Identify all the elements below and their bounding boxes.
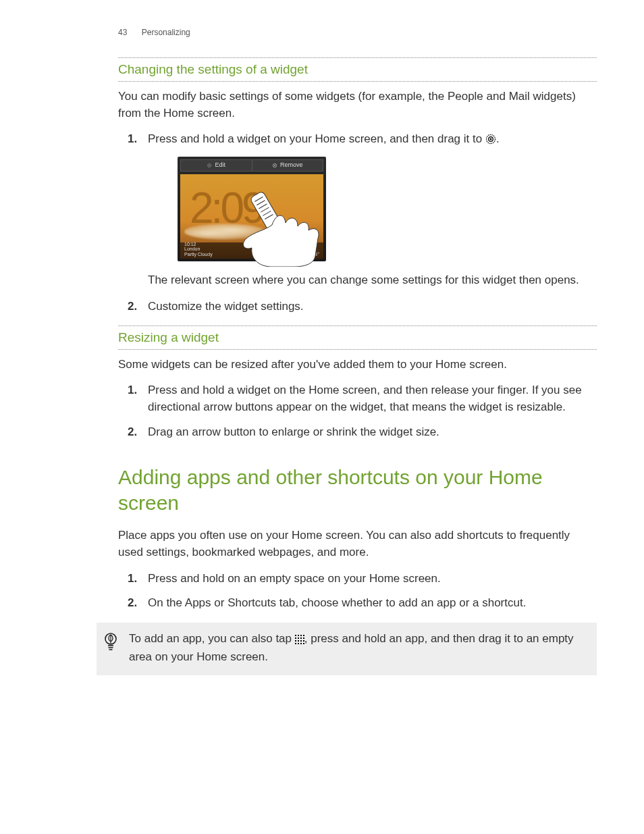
step-2: 2. Customize the widget settings.: [148, 298, 597, 315]
svg-rect-25: [300, 637, 302, 639]
svg-rect-24: [298, 637, 299, 639]
lightbulb-icon: [103, 632, 118, 658]
section-name: Personalizing: [142, 28, 190, 37]
intro-adding-apps: Place apps you often use on your Home sc…: [118, 527, 597, 561]
tip-text: To add an app, you can also tap , press …: [129, 631, 585, 666]
illus-weather-time: 10:12: [184, 242, 213, 247]
step-1-text: Press and hold on an empty space on your…: [148, 572, 441, 585]
step-marker: 2.: [128, 298, 137, 315]
illus-edit-label: Edit: [215, 161, 225, 170]
step-2: 2. Drag an arrow button to enlarge or sh…: [148, 424, 597, 441]
step-marker: 2.: [128, 595, 137, 612]
heading-adding-apps: Adding apps and other shortcuts on your …: [118, 465, 597, 515]
remove-icon: [272, 163, 277, 168]
steps-changing-settings: 1. Press and hold a widget on your Home …: [118, 131, 597, 315]
svg-rect-20: [298, 635, 299, 636]
step-1: 1. Press and hold on an empty space on y…: [148, 571, 597, 588]
step-1-text-pre: Press and hold a widget on your Home scr…: [148, 132, 485, 145]
step-marker: 1.: [128, 571, 137, 588]
step-2: 2. On the Apps or Shortcuts tab, choose …: [148, 595, 597, 612]
svg-point-4: [209, 165, 211, 166]
step-2-text: Customize the widget settings.: [148, 300, 304, 313]
illus-edit-button: Edit: [180, 159, 252, 172]
svg-rect-21: [300, 635, 302, 636]
step-1-text: Press and hold a widget on the Home scre…: [148, 384, 582, 413]
page-header: 43 Personalizing: [118, 27, 597, 38]
step-marker: 2.: [128, 424, 137, 441]
svg-rect-33: [300, 643, 302, 644]
step-2-text: Drag an arrow button to enlarge or shrin…: [148, 425, 439, 438]
svg-rect-27: [295, 640, 296, 642]
illus-remove-button: Remove: [252, 159, 324, 172]
tip-callout: To add an app, you can also tap , press …: [97, 623, 597, 675]
page-number: 43: [118, 28, 127, 37]
hand-pointer-icon: [232, 186, 346, 267]
illustration-widget-drag: Edit Remove 2:09 10:12 London Partly: [178, 157, 597, 261]
illus-weather-cond: Partly Cloudy: [184, 252, 213, 257]
svg-rect-19: [295, 635, 296, 636]
step-1-text-post: .: [496, 132, 500, 145]
svg-rect-31: [295, 643, 296, 644]
step-2-text: On the Apps or Shortcuts tab, choose whe…: [148, 596, 526, 609]
step-1: 1. Press and hold a widget on the Home s…: [148, 382, 597, 415]
step-1-followup: The relevant screen where you can change…: [148, 272, 597, 289]
apps-grid-icon: [295, 633, 304, 650]
heading-resizing-widget: Resizing a widget: [118, 325, 597, 350]
tip-text-pre: To add an app, you can also tap: [129, 632, 295, 645]
steps-adding-apps: 1. Press and hold on an empty space on y…: [118, 571, 597, 612]
illus-remove-label: Remove: [280, 161, 303, 170]
step-1: 1. Press and hold a widget on your Home …: [148, 131, 597, 288]
step-marker: 1.: [128, 131, 137, 148]
step-marker: 1.: [128, 382, 137, 399]
illus-weather-city: London: [184, 246, 213, 252]
svg-rect-28: [298, 640, 299, 642]
svg-rect-29: [300, 640, 302, 642]
steps-resizing-widget: 1. Press and hold a widget on the Home s…: [118, 382, 597, 440]
intro-resizing-widget: Some widgets can be resized after you've…: [118, 357, 597, 373]
settings-target-icon: [485, 133, 496, 150]
heading-changing-settings: Changing the settings of a widget: [118, 57, 597, 82]
svg-rect-32: [298, 643, 299, 644]
gear-icon: [207, 163, 212, 168]
svg-point-2: [490, 138, 492, 140]
intro-changing-settings: You can modify basic settings of some wi…: [118, 88, 597, 122]
svg-rect-23: [295, 637, 296, 639]
